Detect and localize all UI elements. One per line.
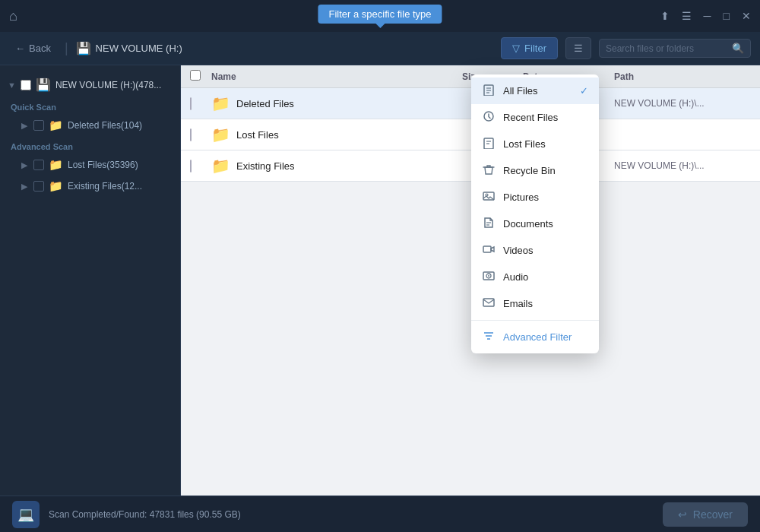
search-input[interactable]	[606, 43, 727, 54]
row-path-0: NEW VOLUME (H:)\...	[614, 98, 751, 109]
advanced-scan-label: Advanced Scan	[0, 136, 180, 154]
svg-rect-12	[483, 246, 491, 252]
back-button[interactable]: ← Back	[9, 40, 57, 57]
filter-icon: ▽	[512, 43, 520, 54]
lost-chevron: ▶	[21, 160, 27, 170]
pictures-label: Pictures	[503, 192, 539, 203]
emails-label: Emails	[503, 298, 533, 309]
quick-scan-label: Quick Scan	[0, 97, 180, 115]
breadcrumb: 💾 NEW VOLUME (H:)	[76, 41, 182, 55]
file-list: Name Size ▼ Date Path 📁 Deleted Files fo…	[181, 65, 760, 496]
dropdown-item-pictures[interactable]: Pictures	[471, 184, 599, 211]
col-path-header: Path	[614, 71, 751, 82]
sidebar: ▼ 💾 NEW VOLUME (H:)(478... Quick Scan ▶ …	[0, 65, 181, 496]
folder-icon-0: 📁	[211, 94, 230, 112]
dropdown-item-audio[interactable]: Audio	[471, 264, 599, 290]
table-row[interactable]: 📁 Lost Files folder	[181, 119, 760, 150]
row-name-1: Lost Files	[236, 129, 279, 141]
table-row[interactable]: 📁 Deleted Files folder NEW VOLUME (H:)\.…	[181, 88, 760, 119]
dropdown-item-lost-files[interactable]: Lost Files	[471, 131, 599, 157]
minimize-icon[interactable]: ─	[704, 10, 711, 22]
main-area: ▼ 💾 NEW VOLUME (H:)(478... Quick Scan ▶ …	[0, 65, 760, 496]
recycle-bin-label: Recycle Bin	[503, 165, 556, 176]
pictures-icon	[482, 190, 496, 204]
sidebar-item-existing[interactable]: ▶ 📁 Existing Files(12...	[0, 176, 180, 197]
audio-icon	[482, 270, 496, 284]
back-label: Back	[29, 43, 51, 54]
row-checkbox-0[interactable]	[190, 97, 192, 110]
lost-files-icon	[482, 137, 496, 151]
dropdown-item-all-files[interactable]: All Files ✓	[471, 78, 599, 104]
status-text: Scan Completed/Found: 47831 files (90.55…	[49, 509, 241, 520]
search-icon[interactable]: 🔍	[732, 43, 744, 54]
existing-checkbox[interactable]	[33, 181, 44, 192]
dropdown-item-advanced-filter[interactable]: Advanced Filter	[471, 324, 599, 350]
row-checkbox-1[interactable]	[190, 128, 192, 141]
nav-divider: |	[65, 40, 68, 56]
advanced-filter-icon	[482, 330, 496, 344]
svg-point-15	[488, 275, 489, 277]
recent-files-icon	[482, 110, 496, 125]
existing-folder-icon: 📁	[49, 179, 63, 193]
videos-icon	[482, 243, 496, 258]
select-all-checkbox[interactable]	[190, 70, 201, 81]
nav-bar: ← Back | 💾 NEW VOLUME (H:) ▽ Filter ☰ 🔍	[0, 32, 760, 65]
dropdown-item-recycle-bin[interactable]: Recycle Bin	[471, 157, 599, 184]
recover-icon: ↩	[678, 508, 687, 521]
hamburger-icon: ☰	[574, 43, 583, 54]
status-left: 💻 Scan Completed/Found: 47831 files (90.…	[12, 501, 241, 528]
documents-icon	[482, 217, 496, 231]
deleted-chevron: ▶	[21, 121, 27, 131]
breadcrumb-text: NEW VOLUME (H:)	[96, 43, 182, 54]
menu-button[interactable]: ☰	[565, 37, 591, 59]
dropdown-item-videos[interactable]: Videos	[471, 237, 599, 264]
col-name-header: Name	[211, 71, 462, 82]
sidebar-item-lost[interactable]: ▶ 📁 Lost Files(35396)	[0, 154, 180, 176]
svg-rect-16	[483, 299, 494, 306]
drive-label: NEW VOLUME (H:)(478...	[55, 80, 161, 90]
window-controls: ⬆ ☰ ─ □ ✕	[660, 10, 751, 22]
deleted-label: Deleted Files(104)	[68, 120, 142, 131]
dropdown-item-recent-files[interactable]: Recent Files	[471, 104, 599, 131]
row-checkbox-2[interactable]	[190, 160, 192, 173]
sidebar-drive[interactable]: ▼ 💾 NEW VOLUME (H:)(478...	[0, 73, 180, 97]
home-icon[interactable]: ⌂	[9, 8, 17, 24]
all-files-icon	[482, 84, 496, 98]
folder-icon-1: 📁	[211, 125, 230, 144]
maximize-icon[interactable]: □	[724, 10, 730, 22]
search-box: 🔍	[599, 39, 751, 58]
all-files-label: All Files	[503, 85, 538, 97]
svg-point-9	[486, 194, 488, 196]
sidebar-item-deleted[interactable]: ▶ 📁 Deleted Files(104)	[0, 115, 180, 136]
recover-button[interactable]: ↩ Recover	[663, 502, 748, 527]
close-icon[interactable]: ✕	[742, 10, 751, 22]
row-name-0: Deleted Files	[236, 98, 294, 109]
emails-icon	[482, 296, 496, 311]
lost-folder-icon: 📁	[49, 158, 63, 172]
lost-checkbox[interactable]	[33, 160, 44, 170]
share-icon[interactable]: ⬆	[660, 10, 670, 22]
drive-folder-icon: 💾	[36, 78, 51, 92]
file-list-header: Name Size ▼ Date Path	[181, 65, 760, 88]
row-name-2: Existing Files	[236, 160, 295, 172]
title-bar: ⌂ Filter a specific file type ⬆ ☰ ─ □ ✕	[0, 0, 760, 32]
table-row[interactable]: 📁 Existing Files folder NEW VOLUME (H:)\…	[181, 150, 760, 182]
dropdown-item-documents[interactable]: Documents	[471, 211, 599, 237]
menu-icon[interactable]: ☰	[682, 10, 692, 22]
drive-chevron: ▼	[8, 81, 16, 90]
deleted-checkbox[interactable]	[33, 120, 44, 131]
title-bar-left: ⌂	[9, 8, 17, 24]
drive-checkbox[interactable]	[21, 80, 31, 90]
existing-label: Existing Files(12...	[68, 181, 142, 192]
filter-label: Filter	[524, 43, 546, 54]
check-icon: ✓	[580, 85, 588, 97]
filter-tooltip: Filter a specific file type	[318, 5, 442, 24]
filter-button[interactable]: ▽ Filter	[501, 37, 558, 59]
lost-files-label: Lost Files	[503, 138, 546, 150]
advanced-filter-label: Advanced Filter	[503, 331, 572, 343]
videos-label: Videos	[503, 245, 534, 256]
drive-icon: 💾	[76, 41, 91, 55]
recycle-bin-icon	[482, 163, 496, 178]
dropdown-divider	[471, 320, 599, 321]
dropdown-item-emails[interactable]: Emails	[471, 290, 599, 317]
